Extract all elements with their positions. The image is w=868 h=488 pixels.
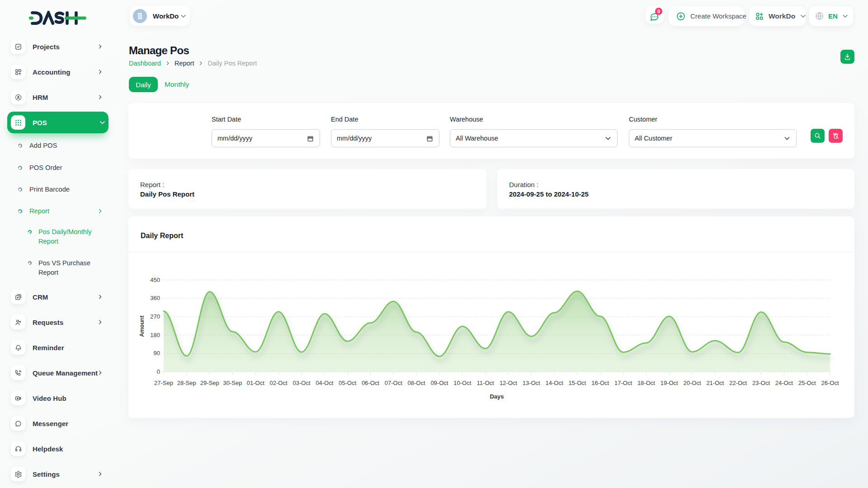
svg-text:02-Oct: 02-Oct xyxy=(270,380,288,386)
svg-text:450: 450 xyxy=(150,277,160,283)
svg-text:0: 0 xyxy=(157,368,160,375)
svg-text:09-Oct: 09-Oct xyxy=(430,380,448,386)
svg-text:30-Sep: 30-Sep xyxy=(223,380,242,386)
svg-text:Amount: Amount xyxy=(139,315,145,337)
svg-text:360: 360 xyxy=(150,295,160,301)
svg-text:270: 270 xyxy=(150,313,160,320)
svg-text:05-Oct: 05-Oct xyxy=(339,380,356,386)
svg-text:21-Oct: 21-Oct xyxy=(706,380,724,386)
svg-text:24-Oct: 24-Oct xyxy=(775,380,793,386)
svg-text:26-Oct: 26-Oct xyxy=(821,380,839,386)
svg-text:22-Oct: 22-Oct xyxy=(729,380,747,386)
svg-text:28-Sep: 28-Sep xyxy=(177,380,196,386)
svg-text:16-Oct: 16-Oct xyxy=(591,380,609,386)
svg-text:23-Oct: 23-Oct xyxy=(752,380,770,386)
svg-text:12-Oct: 12-Oct xyxy=(500,380,517,386)
svg-text:20-Oct: 20-Oct xyxy=(683,380,701,386)
svg-text:10-Oct: 10-Oct xyxy=(453,380,471,386)
svg-text:07-Oct: 07-Oct xyxy=(385,380,402,386)
svg-text:01-Oct: 01-Oct xyxy=(247,380,264,386)
svg-text:Days: Days xyxy=(490,393,504,400)
svg-text:04-Oct: 04-Oct xyxy=(316,380,333,386)
svg-text:06-Oct: 06-Oct xyxy=(362,380,379,386)
svg-text:08-Oct: 08-Oct xyxy=(408,380,425,386)
svg-text:27-Sep: 27-Sep xyxy=(154,380,173,386)
svg-text:14-Oct: 14-Oct xyxy=(546,380,563,386)
svg-text:180: 180 xyxy=(150,332,160,338)
svg-text:18-Oct: 18-Oct xyxy=(637,380,655,386)
svg-text:13-Oct: 13-Oct xyxy=(523,380,540,386)
svg-text:03-Oct: 03-Oct xyxy=(292,380,310,386)
svg-text:29-Sep: 29-Sep xyxy=(200,380,219,386)
svg-text:19-Oct: 19-Oct xyxy=(660,380,678,386)
svg-text:25-Oct: 25-Oct xyxy=(798,380,816,386)
svg-text:15-Oct: 15-Oct xyxy=(568,380,586,386)
svg-text:17-Oct: 17-Oct xyxy=(614,380,632,386)
svg-text:11-Oct: 11-Oct xyxy=(477,380,494,386)
svg-text:90: 90 xyxy=(154,350,160,357)
